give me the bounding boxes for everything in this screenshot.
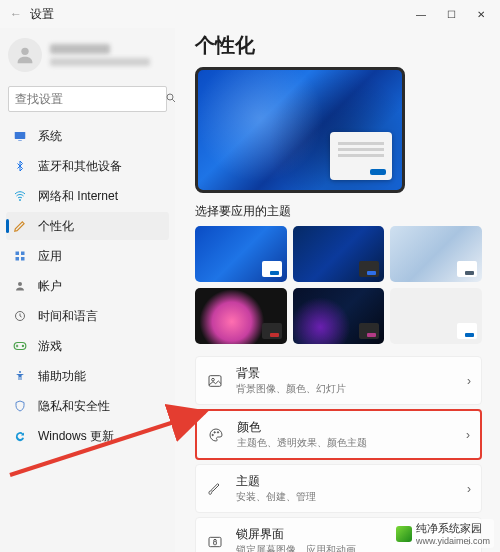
palette-icon [207,427,225,443]
chevron-right-icon: › [466,428,470,442]
svg-point-5 [20,200,21,201]
search-box[interactable] [8,86,167,112]
preview-window [330,132,392,180]
nav-label: 帐户 [38,278,62,295]
nav-label: 辅助功能 [38,368,86,385]
close-button[interactable]: ✕ [466,0,496,28]
svg-rect-8 [16,257,20,261]
sidebar-item-update[interactable]: Windows 更新 [6,422,169,450]
nav-label: Windows 更新 [38,428,114,445]
sidebar-item-personalization[interactable]: 个性化 [6,212,169,240]
main-content: 个性化 选择要应用的主题 背景 背景图像、颜色、幻灯片 › [175,28,500,552]
sidebar-item-apps[interactable]: 应用 [6,242,169,270]
theme-option-4[interactable] [195,288,287,344]
person-icon [14,44,36,66]
svg-point-10 [18,282,22,286]
theme-option-6[interactable] [390,288,482,344]
svg-rect-21 [214,541,217,544]
brush-icon [206,481,224,497]
back-icon[interactable]: ← [10,7,30,21]
svg-rect-3 [15,132,26,139]
titlebar: ← 设置 — ☐ ✕ [0,0,500,28]
sidebar-item-timelang[interactable]: 时间和语言 [6,302,169,330]
svg-point-14 [19,371,21,373]
theme-option-3[interactable] [390,226,482,282]
sidebar-item-accessibility[interactable]: 辅助功能 [6,362,169,390]
nav-label: 网络和 Internet [38,188,118,205]
svg-rect-6 [16,252,20,256]
minimize-button[interactable]: — [406,0,436,28]
nav-label: 游戏 [38,338,62,355]
svg-rect-7 [21,252,25,256]
card-title: 主题 [236,473,455,490]
card-title: 背景 [236,365,455,382]
chevron-right-icon: › [467,374,471,388]
system-icon [12,129,28,143]
desktop-preview [195,67,405,193]
sidebar-item-bluetooth[interactable]: 蓝牙和其他设备 [6,152,169,180]
svg-point-18 [214,431,215,432]
gaming-icon [12,341,28,351]
watermark-name: 纯净系统家园 [416,521,490,536]
svg-rect-9 [21,257,25,261]
nav-label: 应用 [38,248,62,265]
theme-section-label: 选择要应用的主题 [195,203,482,220]
sidebar-item-privacy[interactable]: 隐私和安全性 [6,392,169,420]
watermark-url: www.yidaimei.com [416,536,490,546]
theme-grid [195,226,482,344]
card-sub: 背景图像、颜色、幻灯片 [236,382,455,396]
svg-point-19 [217,431,218,432]
page-title: 个性化 [195,32,482,59]
accessibility-icon [12,370,28,382]
svg-point-16 [212,378,215,381]
theme-option-2[interactable] [293,226,385,282]
card-background[interactable]: 背景 背景图像、颜色、幻灯片 › [195,356,482,405]
card-colors[interactable]: 颜色 主题色、透明效果、颜色主题 › [195,409,482,460]
user-block[interactable] [6,34,169,82]
svg-rect-15 [209,375,221,386]
privacy-icon [12,399,28,413]
search-input[interactable] [15,92,165,106]
svg-rect-4 [18,140,22,141]
watermark-icon [396,526,412,542]
sidebar-item-accounts[interactable]: 帐户 [6,272,169,300]
time-icon [12,310,28,322]
sidebar-item-system[interactable]: 系统 [6,122,169,150]
accounts-icon [12,280,28,292]
nav-label: 蓝牙和其他设备 [38,158,122,175]
sidebar: 系统 蓝牙和其他设备 网络和 Internet 个性化 应用 帐户 时间和语言 [0,28,175,552]
card-sub: 主题色、透明效果、颜色主题 [237,436,454,450]
svg-point-0 [21,48,28,55]
svg-point-17 [212,434,213,435]
nav-label: 时间和语言 [38,308,98,325]
apps-icon [12,250,28,262]
chevron-right-icon: › [467,482,471,496]
personalization-icon [12,219,28,233]
user-info [50,44,150,66]
nav-label: 系统 [38,128,62,145]
window-title: 设置 [30,6,54,23]
card-title: 颜色 [237,419,454,436]
svg-rect-20 [209,537,221,546]
nav-label: 隐私和安全性 [38,398,110,415]
network-icon [12,190,28,202]
svg-point-13 [22,345,23,346]
update-icon [12,430,28,442]
sidebar-item-gaming[interactable]: 游戏 [6,332,169,360]
image-icon [206,373,224,389]
maximize-button[interactable]: ☐ [436,0,466,28]
theme-option-1[interactable] [195,226,287,282]
card-themes[interactable]: 主题 安装、创建、管理 › [195,464,482,513]
nav-label: 个性化 [38,218,74,235]
lock-screen-icon [206,534,224,550]
theme-option-5[interactable] [293,288,385,344]
bluetooth-icon [12,159,28,173]
card-sub: 安装、创建、管理 [236,490,455,504]
avatar [8,38,42,72]
svg-point-1 [167,94,173,100]
sidebar-item-network[interactable]: 网络和 Internet [6,182,169,210]
watermark: 纯净系统家园 www.yidaimei.com [392,519,494,548]
